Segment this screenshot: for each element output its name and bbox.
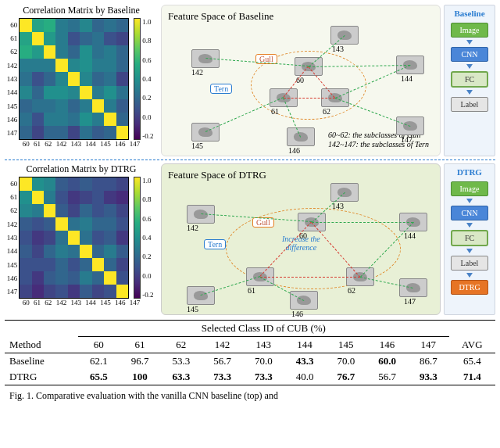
heatmap-cell	[55, 191, 67, 204]
heatmap-cell	[44, 19, 55, 32]
heatmap-cell	[44, 126, 55, 139]
heatmap-cell	[32, 245, 44, 258]
bottom-row: Correlation Matrix by DTRG 6061621421431…	[5, 163, 495, 315]
bird-thumbnail	[396, 116, 424, 135]
colorbar-tick: 0.4	[142, 75, 158, 83]
heatmap-cell	[32, 113, 44, 126]
heatmap-cell	[116, 32, 128, 45]
heatmap-wrap: 606162142143144145146147 1.00.80.60.40.2…	[5, 177, 158, 299]
arrow-down-icon	[466, 40, 473, 45]
heatmap-cell	[55, 231, 67, 244]
heatmap-cell	[20, 204, 31, 217]
value-cell: 43.3	[284, 353, 326, 370]
tern-tag: Tern	[210, 84, 232, 94]
heatmap-cell	[55, 217, 67, 231]
heatmap-cell	[55, 32, 67, 45]
tick-label: 143	[70, 299, 81, 306]
heatmap-cell	[92, 45, 104, 59]
heatmap-cell	[92, 177, 104, 191]
heatmap-cell	[20, 231, 31, 244]
heatmap-cell	[104, 204, 116, 217]
fs-canvas: Gull Tern Increase the difference 143142…	[168, 181, 434, 310]
heatmap-baseline: Correlation Matrix by Baseline 606162142…	[5, 5, 158, 156]
heatmap-cell	[44, 191, 55, 204]
heatmap-cell	[80, 271, 91, 285]
heatmap-cell	[80, 113, 91, 126]
heatmap-cell	[20, 285, 31, 298]
heatmap-cell	[80, 258, 91, 271]
heatmap-cell	[20, 217, 31, 231]
heatmap-cell	[116, 99, 128, 113]
heatmap-xticks: 606162142143144145146147	[20, 299, 142, 306]
heatmap-cell	[55, 258, 67, 271]
heatmap-cell	[92, 19, 104, 32]
value-cell: 70.0	[243, 353, 284, 370]
heatmap-cell	[44, 72, 55, 85]
heatmap-cell	[44, 204, 55, 217]
bird-id-label: 146	[291, 310, 303, 318]
table-col-header: 143	[243, 337, 284, 353]
heatmap-cell	[32, 177, 44, 191]
heatmap-cell	[104, 245, 116, 258]
note-line2: 142~147: the subclasses of Tern	[328, 140, 429, 149]
heatmap-cell	[44, 245, 55, 258]
heatmap-cell	[68, 271, 80, 285]
method-cell: DTRG	[5, 369, 78, 385]
tick-label: 144	[85, 140, 96, 148]
value-cell: 93.3	[408, 369, 449, 385]
avg-cell: 65.4	[449, 353, 495, 370]
heatmap-yticks: 606162142143144145146147	[5, 18, 19, 140]
tick-label: 61	[34, 140, 41, 148]
bird-thumbnail	[290, 291, 318, 310]
colorbar-tick: -0.2	[142, 132, 158, 140]
heatmap-cell	[55, 245, 67, 258]
heatmap-cell	[44, 177, 55, 191]
heatmap-cell	[80, 285, 91, 298]
tick-label: 143	[5, 75, 17, 83]
heatmap-cell	[32, 45, 44, 59]
heatmap-dtrg: Correlation Matrix by DTRG 6061621421431…	[5, 163, 158, 315]
tick-label: 145	[100, 140, 111, 148]
heatmap-cell	[55, 45, 67, 59]
table-super-header: Selected Class ID of CUB (%)	[78, 321, 449, 337]
bird-id-label: 61	[271, 107, 279, 116]
heatmap-cell	[32, 126, 44, 139]
relation-arrow	[312, 222, 413, 223]
arrow-down-icon	[466, 273, 473, 278]
heatmap-cell	[92, 245, 104, 258]
heatmap-cell	[116, 204, 128, 217]
heatmap-cell	[68, 113, 80, 126]
heatmap-cell	[92, 285, 104, 298]
results-table: Method Selected Class ID of CUB (%) AVG …	[5, 320, 495, 385]
colorbar-tick: 0.6	[142, 215, 158, 223]
table-row: DTRG65.510063.373.373.340.076.756.793.37…	[5, 369, 495, 385]
tick-label: 142	[5, 220, 17, 228]
pipeline-title: DTRG	[457, 167, 482, 177]
heatmap-cell	[68, 59, 80, 72]
table-col-header: 145	[325, 337, 366, 353]
heatmap-cell	[92, 32, 104, 45]
heatmap-cell	[68, 177, 80, 191]
heatmap-cell	[68, 45, 80, 59]
heatmap-cell	[20, 258, 31, 271]
tick-label: 147	[130, 140, 141, 148]
bird-id-label: 142	[187, 224, 198, 232]
heatmap-cell	[92, 86, 104, 99]
heatmap-cell	[20, 72, 31, 85]
heatmap-cell	[20, 32, 31, 45]
heatmap-yticks: 606162142143144145146147	[5, 177, 19, 299]
value-cell: 63.3	[160, 369, 202, 385]
panel-divider	[5, 159, 495, 160]
heatmap-cell	[55, 19, 67, 32]
tick-label: 145	[5, 261, 17, 269]
heatmap-cell	[104, 126, 116, 139]
colorbar-tick: 0.0	[142, 113, 158, 121]
heatmap-cell	[92, 258, 104, 271]
bird-id-label: 144	[404, 231, 416, 240]
heatmap-cell	[80, 204, 91, 217]
heatmap-cell	[80, 72, 91, 85]
heatmap-cell	[68, 245, 80, 258]
heatmap-cell	[92, 59, 104, 72]
pipeline-title: Baseline	[454, 9, 484, 18]
tick-label: 60	[5, 180, 17, 188]
